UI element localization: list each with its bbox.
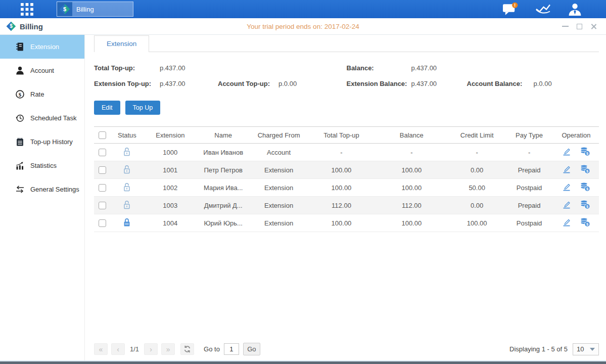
window-header: $ Billing Your trial period ends on: 201…	[0, 18, 606, 35]
sidebar-item-account[interactable]: Account	[0, 59, 84, 82]
action-buttons: Edit Top Up	[94, 101, 599, 115]
go-button[interactable]: Go	[243, 343, 260, 355]
table-row: 1002 Мария Ива... Extension 100.00 100.0…	[94, 179, 599, 197]
refresh-icon[interactable]	[180, 343, 194, 355]
svg-text:$: $	[10, 23, 13, 29]
lock-open-icon	[123, 200, 131, 211]
col-status: Status	[111, 127, 143, 144]
table-row: 1003 Дмитрий Д... Extension 112.00 112.0…	[94, 197, 599, 214]
summary-right: Balance: p.437.00 Extension Balance: p.4…	[347, 60, 599, 92]
col-pay-type: Pay Type	[505, 127, 553, 144]
col-operation: Operation	[553, 127, 599, 144]
page-size-select[interactable]: 10	[573, 343, 599, 355]
trial-message: Your trial period ends on: 2017-02-24	[247, 23, 359, 30]
cell-charged-from: Extension	[249, 197, 309, 214]
total-topup-value: p.437.00	[160, 64, 218, 72]
goto-page-input[interactable]	[224, 343, 239, 355]
apps-grid-icon[interactable]	[18, 3, 35, 16]
cell-charged-from: Extension	[249, 161, 309, 179]
lock-closed-icon	[123, 218, 131, 229]
row-checkbox[interactable]	[99, 149, 106, 156]
topup-coins-icon[interactable]: $	[580, 217, 590, 229]
cell-balance: 112.00	[374, 197, 449, 214]
cell-charged-from: Extension	[249, 214, 309, 232]
row-checkbox[interactable]	[99, 184, 106, 192]
maximize-button[interactable]	[577, 24, 582, 29]
cell-credit-limit: 0.00	[449, 161, 505, 179]
extension-balance-label: Extension Balance:	[347, 80, 411, 87]
cell-total-topup: 100.00	[309, 179, 375, 197]
top-up-button[interactable]: Top Up	[125, 101, 161, 115]
cell-balance: 100.00	[374, 179, 449, 197]
cell-total-topup: -	[309, 144, 375, 161]
col-charged-from: Charged From	[249, 127, 309, 144]
chat-notification-icon[interactable]: !	[502, 2, 518, 16]
topup-coins-icon: $	[580, 182, 590, 192]
cell-name: Мария Ива...	[198, 179, 249, 197]
cell-total-topup: 100.00	[309, 214, 375, 232]
topup-coins-icon[interactable]: $	[580, 182, 590, 193]
table-row: 1004 Юрий Юрь... Extension 100.00 100.00…	[94, 214, 599, 232]
edit-pencil-icon	[562, 147, 571, 156]
resource-chart-icon[interactable]	[535, 3, 551, 15]
edit-button[interactable]: Edit	[94, 101, 120, 115]
edit-pencil-icon[interactable]	[562, 218, 571, 228]
close-button[interactable]	[590, 23, 597, 30]
svg-text:!: !	[514, 3, 516, 8]
last-page-button[interactable]: »	[161, 343, 175, 355]
col-extension: Extension	[143, 127, 198, 144]
lock-open-icon	[123, 183, 131, 193]
cell-credit-limit: 50.00	[449, 179, 505, 197]
row-checkbox[interactable]	[99, 202, 106, 209]
sidebar-item-scheduled-task[interactable]: Scheduled Task	[0, 106, 84, 130]
statistics-chart-icon	[15, 161, 24, 170]
cell-name: Петр Петров	[198, 161, 249, 179]
cell-credit-limit: 100.00	[449, 214, 505, 232]
minimize-button[interactable]	[562, 26, 569, 27]
edit-pencil-icon[interactable]	[562, 183, 571, 193]
sidebar-item-topup-history[interactable]: Top-up History	[0, 130, 84, 154]
prev-page-button[interactable]: ‹	[111, 343, 125, 355]
topup-coins-icon[interactable]: $	[580, 200, 590, 211]
sidebar-item-extension[interactable]: Extension	[0, 35, 84, 59]
summary-left: Total Top-up: p.437.00 Extension Top-up:…	[94, 60, 347, 92]
first-page-button[interactable]: «	[94, 343, 108, 355]
sidebar-item-general-settings[interactable]: General Settings	[0, 177, 84, 201]
row-checkbox[interactable]	[99, 219, 106, 227]
topup-coins-icon[interactable]: $	[580, 147, 590, 158]
edit-pencil-icon[interactable]	[562, 200, 571, 210]
sidebar-item-rate[interactable]: $ Rate	[0, 82, 84, 106]
cell-credit-limit: -	[449, 144, 505, 161]
cell-balance: -	[374, 144, 449, 161]
window-title: $ Billing	[6, 21, 43, 31]
lock-open-icon	[123, 147, 131, 156]
taskbar-item-label: Billing	[76, 6, 94, 13]
extension-topup-label: Extension Top-up:	[94, 80, 160, 87]
topbar-right: !	[502, 2, 582, 16]
cell-balance: 100.00	[374, 161, 449, 179]
next-page-button[interactable]: ›	[144, 343, 158, 355]
sidebar-item-statistics[interactable]: Statistics	[0, 154, 84, 177]
topup-coins-icon[interactable]: $	[580, 164, 590, 175]
edit-pencil-icon[interactable]	[562, 147, 571, 157]
content: Extension Total Top-up: p.437.00 Extensi…	[85, 35, 606, 360]
page-size-value: 10	[577, 345, 584, 353]
edit-pencil-icon	[562, 165, 571, 173]
row-checkbox[interactable]	[99, 166, 106, 174]
cell-charged-from: Account	[249, 144, 309, 161]
cell-charged-from: Extension	[249, 179, 309, 197]
balance-label: Balance:	[347, 64, 411, 72]
extension-balance-value: p.437.00	[411, 80, 467, 87]
edit-pencil-icon[interactable]	[562, 165, 571, 175]
tab-extension[interactable]: Extension	[94, 35, 149, 52]
cell-total-topup: 100.00	[309, 161, 375, 179]
user-account-icon[interactable]	[568, 3, 582, 16]
page-indicator: 1/1	[130, 345, 139, 353]
select-all-checkbox[interactable]	[99, 131, 106, 139]
extension-topup-value: p.437.00	[160, 80, 218, 87]
taskbar-item-billing[interactable]: $ Billing	[57, 2, 133, 17]
sidebar-item-label: Top-up History	[30, 138, 73, 146]
col-name: Name	[198, 127, 249, 144]
account-topup-label: Account Top-up:	[218, 80, 278, 87]
topup-history-notebook-icon	[15, 138, 24, 146]
